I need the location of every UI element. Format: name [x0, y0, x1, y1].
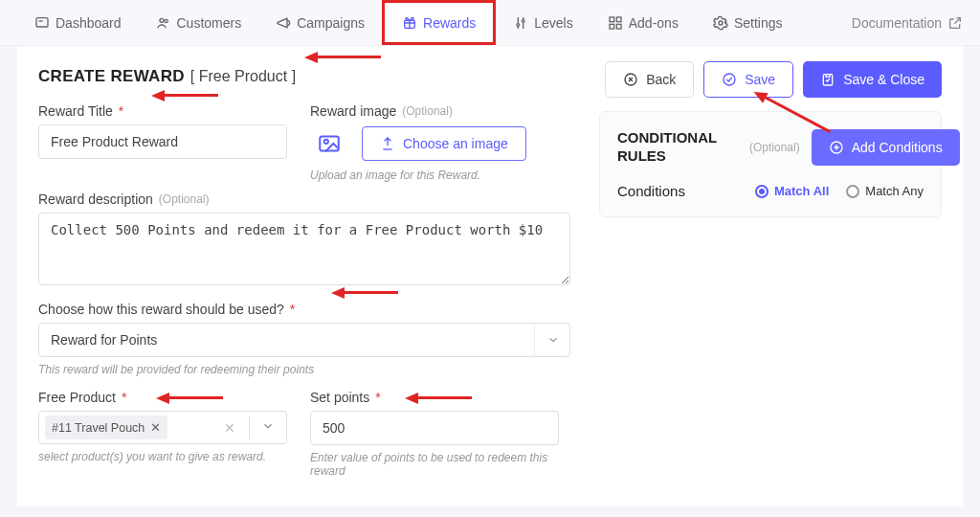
match-any-label: Match Any	[865, 184, 924, 198]
free-product-label: Free Product	[38, 390, 116, 405]
free-product-multiselect[interactable]: #11 Travel Pouch ✕ ✕	[38, 411, 287, 444]
nav-label: Customers	[177, 15, 242, 31]
dashboard-icon	[34, 15, 50, 31]
svg-point-10	[719, 21, 723, 25]
rewards-icon	[402, 15, 417, 31]
description-textarea[interactable]	[38, 213, 570, 285]
nav-addons[interactable]: Add-ons	[590, 0, 696, 45]
svg-point-2	[165, 19, 167, 22]
back-label: Back	[646, 72, 676, 87]
svg-point-5	[523, 19, 525, 22]
svg-rect-13	[824, 75, 833, 85]
nav-campaigns[interactable]: Campaigns	[258, 0, 382, 45]
image-thumbnail	[310, 124, 348, 163]
svg-rect-6	[610, 17, 614, 22]
nav-label: Add-ons	[629, 15, 679, 31]
reward-image-label: Reward image	[310, 103, 396, 119]
nav-levels[interactable]: Levels	[496, 0, 590, 45]
optional-marker: (Optional)	[749, 141, 800, 154]
nav-label: Rewards	[423, 15, 476, 31]
use-mode-value: Reward for Points	[38, 323, 570, 357]
match-all-radio[interactable]: Match All	[755, 184, 829, 198]
svg-point-12	[724, 74, 735, 85]
levels-icon	[513, 15, 528, 31]
svg-rect-7	[616, 17, 621, 22]
required-marker: *	[119, 103, 123, 119]
svg-point-15	[324, 140, 328, 144]
upload-icon	[380, 136, 395, 151]
page-body: Back Save Save & Close CREATE REWARD [ F…	[17, 46, 963, 506]
use-mode-hint: This reward will be provided for redeemi…	[38, 363, 570, 376]
match-all-label: Match All	[774, 184, 829, 198]
customers-icon	[156, 15, 171, 31]
save-close-button[interactable]: Save & Close	[803, 61, 942, 98]
conditions-column: CONDITIONAL RULES (Optional) Add Conditi…	[599, 67, 963, 483]
add-conditions-button[interactable]: Add Conditions	[812, 129, 960, 166]
conditions-title: CONDITIONAL RULES	[617, 129, 732, 166]
nav-settings[interactable]: Settings	[696, 0, 800, 45]
required-marker: *	[290, 302, 295, 317]
nav-label: Levels	[534, 15, 572, 31]
header-actions: Back Save Save & Close	[605, 61, 942, 98]
remove-tag-icon[interactable]: ✕	[150, 420, 161, 435]
chevron-down-icon	[534, 323, 570, 357]
optional-marker: (Optional)	[402, 104, 453, 118]
choose-image-label: Choose an image	[403, 136, 508, 151]
chevron-down-icon[interactable]	[256, 419, 280, 436]
set-points-label: Set points	[310, 390, 369, 405]
back-button[interactable]: Back	[605, 61, 694, 98]
conditions-section-label: Conditions	[617, 183, 685, 199]
required-marker: *	[375, 390, 380, 405]
clear-selection-icon[interactable]: ✕	[216, 420, 243, 436]
reward-title-input[interactable]	[38, 124, 287, 159]
campaigns-icon	[276, 15, 291, 31]
save-button[interactable]: Save	[703, 61, 793, 98]
optional-marker: (Optional)	[159, 192, 210, 206]
annotation-arrow	[304, 52, 381, 61]
svg-point-4	[517, 23, 520, 26]
radio-dot-icon	[846, 185, 859, 198]
svg-rect-9	[616, 24, 621, 29]
nav-label: Settings	[734, 15, 783, 31]
product-tag-label: #11 Travel Pouch	[52, 421, 145, 435]
close-circle-icon	[623, 72, 638, 87]
description-label: Reward description	[38, 191, 153, 207]
svg-rect-0	[36, 17, 48, 26]
match-any-radio[interactable]: Match Any	[846, 184, 924, 198]
nav-customers[interactable]: Customers	[139, 0, 259, 45]
page-title: CREATE REWARD	[38, 67, 185, 86]
check-circle-icon	[722, 72, 737, 87]
image-placeholder-icon	[317, 131, 342, 156]
page-subtitle: [ Free Product ]	[190, 68, 296, 85]
use-mode-label: Choose how this reward should be used?	[38, 302, 284, 317]
nav-doc-label: Documentation	[852, 15, 942, 31]
radio-dot-icon	[755, 185, 768, 198]
svg-rect-8	[610, 24, 614, 29]
reward-title-label: Reward Title	[38, 103, 113, 119]
addons-icon	[608, 15, 623, 31]
free-product-hint: select product(s) you want to give as re…	[38, 450, 287, 463]
nav-documentation[interactable]: Documentation	[852, 15, 963, 31]
save-close-icon	[820, 72, 835, 87]
nav-label: Campaigns	[297, 15, 365, 31]
external-link-icon	[947, 15, 963, 31]
form-column: CREATE REWARD [ Free Product ] Reward Ti…	[17, 67, 580, 483]
save-label: Save	[745, 72, 775, 87]
nav-rewards[interactable]: Rewards	[382, 0, 496, 45]
nav-label: Dashboard	[56, 15, 122, 31]
reward-image-hint: Upload an image for this Reward.	[310, 169, 570, 182]
nav-dashboard[interactable]: Dashboard	[17, 0, 139, 45]
svg-point-1	[160, 18, 164, 22]
choose-image-button[interactable]: Choose an image	[362, 126, 526, 161]
save-close-label: Save & Close	[843, 72, 924, 87]
use-mode-select[interactable]: Reward for Points	[38, 323, 570, 357]
set-points-hint: Enter value of points to be used to rede…	[310, 451, 559, 478]
add-conditions-label: Add Conditions	[852, 140, 943, 155]
required-marker: *	[122, 390, 126, 405]
top-navbar: Dashboard Customers Campaigns Rewards Le…	[0, 0, 980, 46]
product-tag: #11 Travel Pouch ✕	[45, 416, 167, 439]
plus-circle-icon	[829, 140, 844, 155]
set-points-input[interactable]	[310, 411, 559, 445]
settings-icon	[713, 15, 728, 31]
